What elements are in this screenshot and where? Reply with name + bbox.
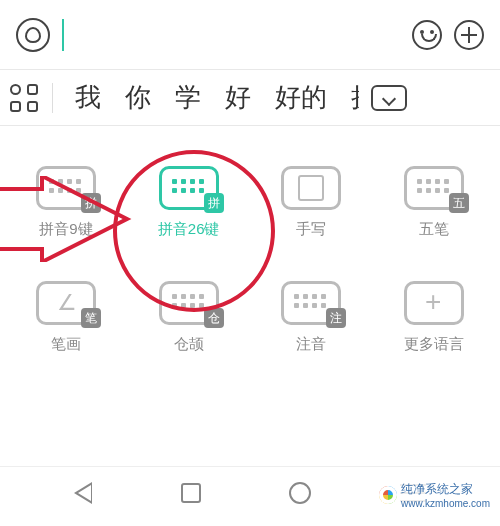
layout-option-bihua[interactable]: 笔笔画 — [24, 281, 108, 354]
nav-home-icon[interactable] — [181, 483, 201, 503]
layout-label: 手写 — [296, 220, 326, 239]
layout-selection-panel: 拼拼音9键拼拼音26键手写五五笔 笔笔画仓仓颉注注音更多语言 — [0, 126, 500, 406]
keyboard-icon: 拼 — [159, 166, 219, 210]
candidate-word[interactable]: 我 — [67, 80, 109, 115]
keyboard-icon: 拼 — [36, 166, 96, 210]
candidate-word[interactable]: 你 — [117, 80, 159, 115]
layout-option-more-languages[interactable]: 更多语言 — [392, 281, 476, 354]
keyboard-icon: 注 — [281, 281, 341, 325]
keyboard-icon: 笔 — [36, 281, 96, 325]
separator — [52, 83, 53, 113]
text-cursor — [62, 19, 64, 51]
layout-label: 仓颉 — [174, 335, 204, 354]
candidate-word[interactable]: 扩 — [343, 80, 359, 115]
voice-input-icon[interactable] — [16, 18, 50, 52]
candidate-bar: 我 你 学 好 好的 扩 — [0, 70, 500, 126]
layout-badge: 笔 — [81, 308, 101, 328]
layout-option-pinyin-9key[interactable]: 拼拼音9键 — [24, 166, 108, 239]
emoji-icon[interactable] — [412, 20, 442, 50]
nav-recent-icon[interactable] — [289, 482, 311, 504]
layout-badge: 仓 — [204, 308, 224, 328]
layout-badge: 五 — [449, 193, 469, 213]
keyboard-icon — [404, 281, 464, 325]
collapse-icon[interactable] — [371, 85, 407, 111]
layout-option-pinyin-26key[interactable]: 拼拼音26键 — [147, 166, 231, 239]
add-icon[interactable] — [454, 20, 484, 50]
layout-badge: 注 — [326, 308, 346, 328]
watermark-title: 纯净系统之家 — [401, 481, 490, 498]
keyboard-icon — [281, 166, 341, 210]
layout-label: 拼音26键 — [158, 220, 220, 239]
keyboard-icon: 仓 — [159, 281, 219, 325]
layout-label: 笔画 — [51, 335, 81, 354]
layout-option-cangjie[interactable]: 仓仓颉 — [147, 281, 231, 354]
layout-badge: 拼 — [204, 193, 224, 213]
nav-back-icon[interactable] — [74, 482, 92, 504]
candidate-word[interactable]: 好 — [217, 80, 259, 115]
input-top-bar — [0, 0, 500, 70]
watermark-logo-icon — [379, 486, 397, 504]
layout-label: 更多语言 — [404, 335, 464, 354]
layout-label: 拼音9键 — [39, 220, 92, 239]
layout-option-zhuyin[interactable]: 注注音 — [269, 281, 353, 354]
watermark-url: www.kzmhome.com — [401, 498, 490, 509]
layout-badge: 拼 — [81, 193, 101, 213]
layout-option-handwriting[interactable]: 手写 — [269, 166, 353, 239]
layout-row: 拼拼音9键拼拼音26键手写五五笔 — [24, 166, 476, 239]
layout-option-wubi[interactable]: 五五笔 — [392, 166, 476, 239]
app-grid-icon[interactable] — [10, 84, 38, 112]
watermark: 纯净系统之家 www.kzmhome.com — [375, 480, 494, 510]
layout-label: 五笔 — [419, 220, 449, 239]
layout-label: 注音 — [296, 335, 326, 354]
candidate-word[interactable]: 学 — [167, 80, 209, 115]
keyboard-icon: 五 — [404, 166, 464, 210]
candidate-word[interactable]: 好的 — [267, 80, 335, 115]
layout-row: 笔笔画仓仓颉注注音更多语言 — [24, 281, 476, 354]
